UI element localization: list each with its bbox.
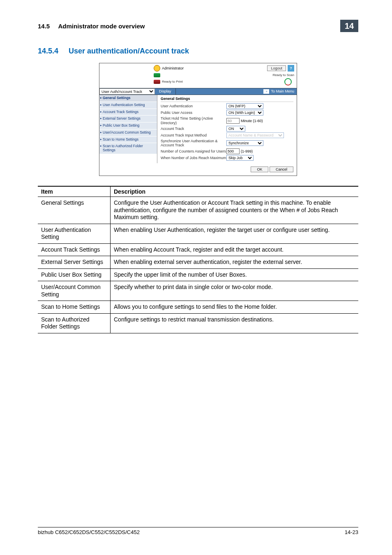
ok-button[interactable]: OK — [251, 166, 268, 172]
cell-desc: When enabling User Authentication, regis… — [111, 224, 359, 243]
cell-item: Scan to Home Settings — [38, 301, 111, 314]
suffix-ticket-hold: Minute (1-60) — [241, 119, 263, 123]
label-account-track: Account Track — [161, 127, 226, 131]
select-sync[interactable]: Synchronize — [226, 140, 263, 146]
sidebar-item-scan-auth-folder[interactable]: Scan to Authorized Folder Settings — [99, 143, 157, 154]
scan-icon — [154, 73, 160, 77]
help-icon[interactable]: ? — [288, 65, 294, 72]
table-row: Scan to Home SettingsAllows you to confi… — [38, 301, 358, 314]
sidebar-item-general[interactable]: General Settings — [99, 95, 157, 102]
sidebar-item-common[interactable]: User/Account Common Setting — [99, 130, 157, 136]
footer-left: bizhub C652/C652DS/C552/C552DS/C452 — [38, 529, 140, 535]
sidebar-item-external-server[interactable]: External Server Settings — [99, 116, 157, 123]
sidebar: General Settings User Authentication Set… — [99, 95, 157, 163]
cell-item: User/Account Common Setting — [38, 281, 111, 301]
screenshot-panel: Administrator Logout ? Ready to Scan Rea… — [99, 63, 297, 176]
cell-desc: Specify the upper limit of the number of… — [111, 268, 359, 281]
select-max-jobs[interactable]: Skip Job — [226, 155, 254, 161]
cell-item: Account Track Settings — [38, 243, 111, 256]
select-account-track[interactable]: ON — [226, 126, 245, 132]
label-sync: Synchronize User Authentication & Accoun… — [161, 139, 226, 148]
cell-item: User Authentication Setting — [38, 224, 111, 243]
title-text: User authentication/Account track — [69, 47, 189, 55]
table-row: Public User Box SettingSpecify the upper… — [38, 268, 358, 281]
ready-scan-text: Ready to Scan — [273, 73, 294, 77]
section-number: 14.5 — [38, 23, 50, 30]
ready-print-text: Ready to Print — [162, 80, 183, 83]
label-counters: Number of Counters Assigned for Users — [161, 149, 226, 153]
running-header: 14.5 Administrator mode overview 14 — [38, 20, 358, 35]
description-table: Item Description General SettingsConfigu… — [38, 186, 358, 333]
admin-label: Administrator — [162, 66, 184, 70]
label-ticket-hold: Ticket Hold Time Setting (Active Directo… — [161, 116, 226, 125]
select-public-user[interactable]: ON (With Login) — [226, 110, 263, 116]
chapter-badge: 14 — [340, 20, 358, 32]
logout-button[interactable]: Logout — [267, 65, 286, 71]
suffix-counters: (1-999) — [241, 149, 253, 153]
display-button[interactable]: Display — [155, 88, 175, 94]
to-main-label: To Main Menu — [271, 89, 294, 93]
cell-item: General Settings — [38, 197, 111, 224]
table-row: Scan to Authorized Folder SettingsConfig… — [38, 313, 358, 333]
page-title: 14.5.4 User authentication/Account track — [38, 47, 358, 56]
cell-desc: When enabling external server authentica… — [111, 256, 359, 269]
admin-icon — [154, 65, 160, 72]
sidebar-item-user-auth[interactable]: User Authentication Setting — [99, 102, 157, 109]
category-select[interactable]: User Auth/Account Track — [99, 88, 155, 95]
sidebar-item-scan-home[interactable]: Scan to Home Settings — [99, 136, 157, 143]
title-number: 14.5.4 — [38, 47, 67, 56]
refresh-icon[interactable] — [284, 78, 292, 86]
form-title: General Settings — [161, 97, 293, 102]
select-user-auth[interactable]: ON (MFP) — [226, 103, 263, 109]
page-footer: bizhub C652/C652DS/C552/C552DS/C452 14-2… — [38, 527, 358, 535]
section-title-text: Administrator mode overview — [58, 23, 145, 30]
cell-desc: Specify whether to print data in single … — [111, 281, 359, 301]
table-row: Account Track SettingsWhen enabling Acco… — [38, 243, 358, 256]
to-main-icon: ≡ — [263, 89, 269, 94]
label-public-user: Public User Access — [161, 111, 226, 115]
cancel-button[interactable]: Cancel — [270, 166, 293, 172]
header-left: 14.5 Administrator mode overview — [38, 23, 145, 30]
sidebar-item-public-box[interactable]: Public User Box Setting — [99, 123, 157, 130]
cell-item: Public User Box Setting — [38, 268, 111, 281]
select-input-method: Account Name & Password — [226, 132, 284, 138]
table-row: User/Account Common SettingSpecify wheth… — [38, 281, 358, 301]
th-item: Item — [38, 186, 111, 197]
cell-item: External Server Settings — [38, 256, 111, 269]
input-ticket-hold[interactable] — [226, 118, 240, 124]
cell-desc: Allows you to configure settings to send… — [111, 301, 359, 314]
label-input-method: Account Track Input Method — [161, 133, 226, 137]
sidebar-item-account-track[interactable]: Account Track Settings — [99, 109, 157, 116]
to-main-menu-link[interactable]: ≡ To Main Menu — [261, 89, 297, 94]
print-icon — [154, 80, 160, 84]
cell-desc: Configure the User Authentication or Acc… — [111, 197, 359, 224]
input-counters[interactable] — [226, 148, 240, 154]
footer-right: 14-23 — [345, 529, 358, 535]
th-desc: Description — [111, 186, 359, 197]
cell-desc: When enabling Account Track, register an… — [111, 243, 359, 256]
label-user-auth: User Authentication — [161, 104, 226, 108]
table-row: General SettingsConfigure the User Authe… — [38, 197, 358, 224]
table-row: External Server SettingsWhen enabling ex… — [38, 256, 358, 269]
label-max-jobs: When Number of Jobs Reach Maximum — [161, 156, 226, 160]
table-row: User Authentication SettingWhen enabling… — [38, 224, 358, 243]
cell-item: Scan to Authorized Folder Settings — [38, 313, 111, 333]
cell-desc: Configure settings to restrict manual tr… — [111, 313, 359, 333]
